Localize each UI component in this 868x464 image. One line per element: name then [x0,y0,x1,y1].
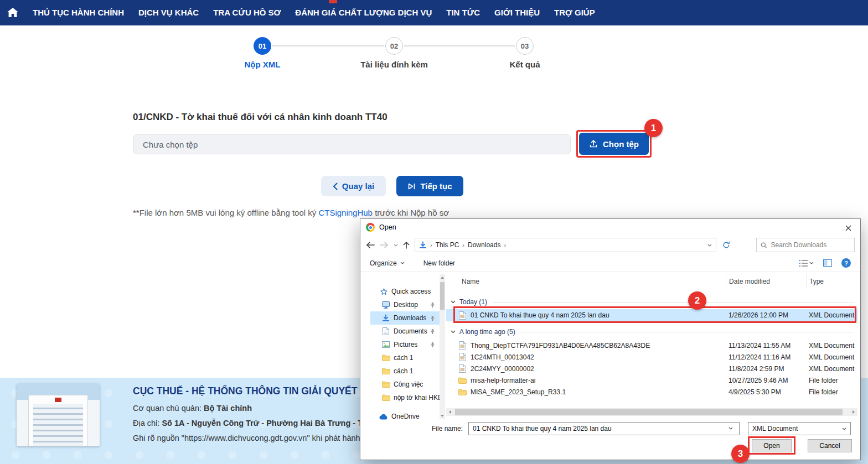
footer-title: CỤC THUẾ - HỆ THỐNG THÔNG TIN GIẢI QUYẾT [133,385,357,397]
scrollbar-thumb[interactable] [455,409,843,415]
file-row[interactable]: misa-help-formatter-ai 10/27/2025 9:46 A… [446,374,857,386]
back-nav-button[interactable] [366,242,375,248]
file-row-selected[interactable]: 01 CNKD To khai thue quy 4 nam 2025 lan … [446,309,857,321]
dialog-titlebar[interactable]: Open [360,219,860,236]
step-1-label: Nộp XML [245,60,281,69]
search-input[interactable] [771,241,850,249]
breadcrumb-separator: › [430,242,432,248]
cancel-button[interactable]: Cancel [808,439,852,452]
ctsigninghub-link[interactable]: CTSigningHub [318,208,373,217]
change-view-button[interactable] [799,259,814,267]
help-button[interactable]: ? [841,258,851,268]
organize-menu[interactable]: Organize [370,259,405,267]
new-folder-label: New folder [423,259,455,267]
sidebar-item-folder-cach1-a[interactable]: cách 1 [370,351,440,364]
nav-item-gioi-thieu[interactable]: GIỚI THIỆU [487,0,547,25]
sidebar-item-quick-access[interactable]: Quick access [370,285,440,298]
file-row[interactable]: 2C24MYY_00000002 11/8/2024 2:59 PM XML D… [446,363,857,374]
step-1-circle[interactable]: 01 [254,37,271,55]
nav-item-tin-tuc[interactable]: TIN TỨC [439,0,487,25]
scroll-left-arrow[interactable] [446,408,454,416]
preview-pane-button[interactable] [823,259,832,267]
back-button[interactable]: Quay lại [321,176,386,196]
footer-agency-label: Cơ quan chủ quản: [133,404,204,413]
star-icon [379,288,388,295]
file-name-history-button[interactable] [728,427,733,430]
nav-item-dich-vu-khac[interactable]: DỊCH VỤ KHÁC [131,0,206,25]
choose-file-button[interactable]: Chọn tệp [579,133,649,155]
step-3-circle[interactable]: 03 [516,37,534,55]
file-name-label: File name: [404,425,463,432]
file-row[interactable]: 1C24MTH_00013042 11/12/2024 11:16 AM XML… [446,351,857,363]
file-type-select[interactable]: XML Document [748,422,851,435]
address-bar[interactable]: › This PC › Downloads › [415,238,716,252]
open-button[interactable]: Open [752,439,792,452]
footer-address-value: Số 1A - Nguyễn Công Trứ - Phường Hai Bà … [162,419,376,427]
file-name: 1C24MTH_00013042 [471,353,726,361]
new-folder-button[interactable]: New folder [423,259,455,267]
desktop-icon [381,301,390,309]
sidebar-item-desktop[interactable]: Desktop [370,298,440,311]
sidebar-item-label: OneDrive [391,413,420,420]
sidebar-item-pictures[interactable]: Pictures [370,338,440,351]
sidebar-item-folder-nop-to-khai[interactable]: nộp tờ khai HKD [370,391,440,404]
column-header-row: Name Date modified Type [446,274,857,289]
breadcrumb-downloads[interactable]: Downloads [468,241,500,249]
tax-office-photo [17,384,100,446]
column-header-name[interactable]: Name [446,274,726,289]
dialog-toolbar: Organize New folder ? [360,254,860,272]
file-chosen-display[interactable]: Chưa chọn tệp [133,134,571,154]
folder-icon [381,354,390,361]
next-step-icon [407,183,416,190]
nav-item-danh-gia-chat-luong[interactable]: ĐÁNH GIÁ CHẤT LƯỢNG DỊCH VỤ [288,0,439,25]
sidebar-item-folder-cong-viec[interactable]: Công việc [370,378,440,391]
file-date-modified: 11/12/2024 11:16 AM [726,353,806,361]
file-name: 2C24MYY_00000002 [471,365,726,373]
step-2-circle[interactable]: 02 [385,37,403,55]
sidebar-item-downloads[interactable]: Downloads [370,311,440,325]
scroll-up-arrow[interactable] [440,274,445,281]
forward-nav-button[interactable] [380,242,389,248]
scrollbar-thumb[interactable] [440,282,445,310]
folder-icon [381,394,390,401]
file-list-horizontal-scrollbar[interactable] [446,408,857,416]
sidebar-item-documents[interactable]: Documents [370,325,440,338]
recent-locations-button[interactable] [394,244,398,247]
pin-icon [430,302,435,308]
breadcrumb-this-pc[interactable]: This PC [436,241,459,249]
dialog-close-button[interactable] [840,222,856,234]
refresh-button[interactable] [719,238,733,252]
annotation-badge-1: 1 [644,119,663,137]
annotation-badge-2: 2 [688,291,706,310]
dialog-sidebar: Quick access Desktop Downloads [360,285,440,423]
file-date-modified: 10/27/2025 9:46 AM [726,377,806,384]
group-label: A long time ago (5) [459,328,515,336]
sidebar-item-onedrive[interactable]: OneDrive [370,410,440,423]
group-header-long-time-ago[interactable]: A long time ago (5) [446,326,857,337]
address-history-button[interactable] [707,244,712,247]
file-row[interactable]: Thong_DiepTCTFA791FD931AB4D0EAA485CB62A8… [446,340,857,351]
nav-item-tro-giup[interactable]: TRỢ GIÚP [547,0,602,25]
column-header-date-modified[interactable]: Date modified [726,274,806,289]
column-header-type[interactable]: Type [806,274,857,289]
sidebar-scrollbar[interactable] [440,274,445,419]
home-icon [7,8,18,18]
nav-item-tra-cuu-ho-so[interactable]: TRA CỨU HỒ SƠ [206,0,288,25]
file-name-input[interactable] [468,422,740,435]
sidebar-item-folder-cach1-b[interactable]: cách 1 [370,364,440,378]
group-header-today[interactable]: Today (1) [446,296,857,307]
nav-item-thu-tuc-hanh-chinh[interactable]: THỦ TỤC HÀNH CHÍNH [25,0,131,25]
continue-button[interactable]: Tiếp tục [396,176,463,196]
building-windows [33,404,83,446]
file-name: misa-help-formatter-ai [471,377,726,384]
step-2-label: Tài liệu đính kèm [360,60,428,69]
file-row[interactable]: MISA_SME_2023_Setup_R33.1 4/9/2025 5:30 … [446,386,857,398]
file-type: File folder [806,388,857,396]
file-list: Name Date modified Type Today (1) 01 CNK… [446,274,857,398]
scroll-down-arrow[interactable] [440,413,445,419]
chevron-down-icon [451,300,456,304]
up-one-level-button[interactable] [403,241,410,249]
sidebar-item-label: Công việc [394,380,423,388]
home-button[interactable] [0,0,25,25]
scroll-right-arrow[interactable] [850,408,857,416]
